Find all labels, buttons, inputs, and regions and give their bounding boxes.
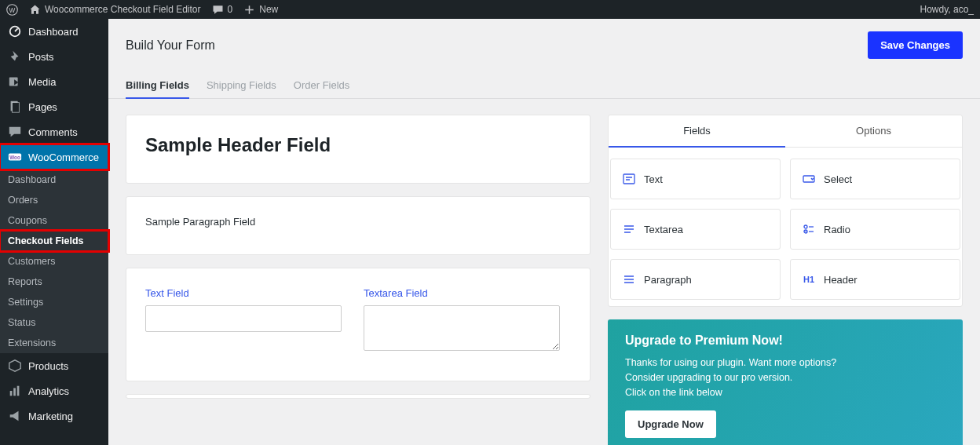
- promo-line3: Click on the link below: [625, 385, 945, 400]
- sidebar-item-label: Products: [28, 360, 68, 372]
- field-type-label: Select: [824, 173, 852, 185]
- comment-icon: [212, 4, 224, 16]
- sidebar-subitem-checkout-fields[interactable]: Checkout Fields: [0, 231, 108, 251]
- products-icon: [8, 359, 22, 373]
- svg-point-13: [804, 225, 807, 228]
- sidebar-item-media[interactable]: Media: [0, 69, 108, 94]
- tab-order-fields[interactable]: Order Fields: [294, 73, 350, 98]
- home-icon: [29, 4, 41, 16]
- tab-billing-fields[interactable]: Billing Fields: [126, 73, 189, 99]
- sidebar-item-label: WooCommerce: [28, 151, 99, 163]
- sidebar-item-label: Pages: [28, 101, 57, 113]
- promo-panel: Upgrade to Premium Now! Thanks for using…: [608, 319, 963, 445]
- sidebar-item-woocommerce[interactable]: WooWooCommerce: [0, 144, 108, 170]
- field-type-header[interactable]: H1Header: [790, 259, 960, 300]
- sample-paragraph-text: Sample Paragraph Field: [145, 216, 571, 228]
- sidebar-item-label: Dashboard: [28, 26, 79, 38]
- analytics-icon: [8, 384, 22, 398]
- upgrade-now-button[interactable]: Upgrade Now: [625, 410, 716, 438]
- svg-rect-5: [12, 103, 19, 113]
- paragraph-icon: [622, 272, 636, 286]
- select-icon: [802, 172, 816, 186]
- field-type-radio[interactable]: Radio: [790, 209, 960, 250]
- sidebar-subitem-extensions[interactable]: Extensions: [0, 333, 108, 353]
- header-icon: H1: [802, 272, 816, 286]
- sidebar-item-analytics[interactable]: Analytics: [0, 378, 108, 403]
- dashboard-icon: [8, 24, 22, 38]
- site-title: Woocommerce Checkout Field Editor: [45, 4, 201, 15]
- promo-title: Upgrade to Premium Now!: [625, 334, 945, 348]
- promo-line1: Thanks for using our plugin. Want more o…: [625, 356, 945, 370]
- tab-shipping-fields[interactable]: Shipping Fields: [207, 73, 276, 98]
- svg-text:W: W: [9, 6, 16, 13]
- sidebar-subitem-reports[interactable]: Reports: [0, 272, 108, 292]
- sidebar-item-label: Comments: [28, 126, 78, 138]
- comment-icon: [8, 125, 22, 139]
- svg-rect-8: [10, 391, 13, 396]
- svg-text:Woo: Woo: [9, 155, 20, 160]
- svg-rect-9: [13, 388, 16, 396]
- sidebar-item-label: Media: [28, 76, 56, 88]
- sidebar-subitem-orders[interactable]: Orders: [0, 190, 108, 210]
- pages-icon: [8, 100, 22, 114]
- woo-icon: Woo: [8, 150, 22, 164]
- sidebar-subitem-customers[interactable]: Customers: [0, 251, 108, 272]
- svg-point-15: [805, 231, 806, 232]
- howdy-link[interactable]: Howdy, aco_: [920, 4, 974, 15]
- page-title: Build Your Form: [126, 38, 215, 53]
- sample-header-text: Sample Header Field: [145, 134, 571, 156]
- media-icon: [8, 75, 22, 89]
- sidebar-item-label: Marketing: [28, 410, 73, 422]
- promo-line2: Consider upgrading to our pro version.: [625, 370, 945, 385]
- builder-field-paragraph[interactable]: Sample Paragraph Field: [126, 196, 591, 255]
- text-field-input[interactable]: [145, 305, 342, 332]
- radio-icon: [802, 222, 816, 236]
- field-type-label: Textarea: [644, 224, 683, 235]
- plus-icon: [243, 4, 255, 16]
- sidebar-item-posts[interactable]: Posts: [0, 44, 108, 69]
- comments-link[interactable]: 0: [212, 4, 233, 16]
- new-link[interactable]: New: [243, 4, 278, 16]
- textarea-field-input[interactable]: [364, 305, 560, 351]
- textarea-field-label: Textarea Field: [364, 287, 560, 299]
- text-field-label: Text Field: [145, 287, 342, 299]
- wp-logo-icon[interactable]: W: [6, 4, 18, 16]
- svg-rect-11: [623, 174, 634, 184]
- sidebar-item-comments[interactable]: Comments: [0, 119, 108, 144]
- sidebar-item-dashboard[interactable]: Dashboard: [0, 19, 108, 44]
- field-type-label: Text: [644, 173, 663, 185]
- sidebar-subitem-coupons[interactable]: Coupons: [0, 210, 108, 231]
- sidebar-subitem-status[interactable]: Status: [0, 312, 108, 333]
- panel-tab-options[interactable]: Options: [785, 115, 962, 147]
- text-icon: [622, 172, 636, 186]
- sidebar-subitem-dashboard[interactable]: Dashboard: [0, 170, 108, 190]
- field-type-paragraph[interactable]: Paragraph: [610, 259, 781, 300]
- builder-field-empty[interactable]: [126, 394, 591, 399]
- pin-icon: [8, 49, 22, 64]
- save-changes-button[interactable]: Save Changes: [868, 31, 963, 59]
- field-type-select[interactable]: Select: [790, 159, 960, 199]
- howdy-text: Howdy, aco_: [920, 4, 974, 15]
- textarea-icon: [622, 222, 636, 236]
- builder-field-inputs[interactable]: Text Field Textarea Field: [126, 268, 591, 381]
- panel-tab-fields[interactable]: Fields: [609, 115, 785, 148]
- sidebar-subitem-settings[interactable]: Settings: [0, 292, 108, 312]
- sidebar-item-marketing[interactable]: Marketing: [0, 403, 108, 429]
- comments-count: 0: [228, 4, 233, 15]
- sidebar-item-label: Posts: [28, 51, 54, 63]
- field-type-label: Paragraph: [644, 274, 692, 286]
- svg-rect-10: [17, 386, 20, 396]
- field-type-text[interactable]: Text: [610, 159, 781, 199]
- site-link[interactable]: Woocommerce Checkout Field Editor: [29, 4, 201, 16]
- sidebar-item-pages[interactable]: Pages: [0, 94, 108, 119]
- field-type-label: Radio: [824, 224, 850, 235]
- new-label: New: [259, 4, 278, 15]
- marketing-icon: [8, 409, 22, 423]
- field-type-textarea[interactable]: Textarea: [610, 209, 781, 250]
- builder-field-header[interactable]: Sample Header Field: [126, 115, 591, 184]
- sidebar-item-products[interactable]: Products: [0, 353, 108, 378]
- field-type-label: Header: [824, 274, 858, 286]
- sidebar-item-label: Analytics: [28, 385, 69, 397]
